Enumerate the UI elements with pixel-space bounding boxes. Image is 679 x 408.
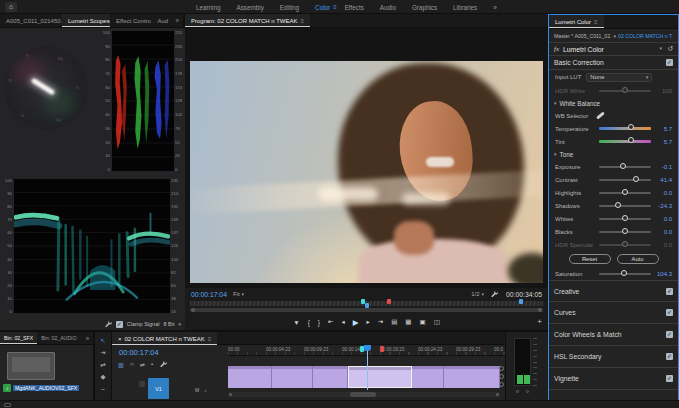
temperature-slider[interactable] [599, 127, 651, 130]
section-curves[interactable]: Curves ✓ [549, 302, 678, 324]
tone-header[interactable]: ▾ Tone [549, 148, 678, 160]
timeline-scrollbar[interactable] [228, 392, 500, 397]
audio-track-icon[interactable]: ♪ [204, 387, 207, 393]
marker-red[interactable] [387, 299, 391, 304]
shadows-value[interactable]: -24.3 [658, 203, 672, 209]
program-viewer[interactable] [185, 28, 548, 288]
reset-effect-icon[interactable]: ↺ [667, 45, 673, 53]
step-back-button[interactable]: ◂ [341, 318, 344, 326]
video-track-patch-v1[interactable]: V1 [148, 378, 169, 399]
comparison-view-button[interactable]: ◫ [434, 318, 440, 326]
workspace-tab-graphics[interactable]: Graphics [404, 4, 445, 11]
program-scrollbar[interactable] [190, 308, 543, 312]
zoom-level-select[interactable]: Fit ▾ [233, 291, 244, 297]
exposure-slider[interactable] [599, 166, 651, 168]
panel-overflow-icon[interactable]: » [171, 17, 183, 24]
hsl-secondary-checkbox[interactable]: ✓ [666, 353, 673, 360]
panel-menu-icon[interactable]: ≡ [594, 19, 598, 25]
sequence-clip-label[interactable]: 02 COLOR MATCH n T... [618, 33, 673, 39]
snap-magnet-icon[interactable]: ∩ [130, 361, 134, 367]
meter-toggle[interactable] [526, 390, 529, 393]
clamp-signal-checkbox[interactable]: ✓ [116, 321, 123, 328]
shadows-slider[interactable] [599, 205, 651, 207]
button-editor-plus[interactable]: + [537, 317, 542, 326]
export-frame-button[interactable]: ▣ [420, 318, 426, 326]
whites-slider[interactable] [599, 218, 651, 220]
track-select-tool[interactable]: ⇥ [100, 349, 105, 357]
track-lock-icon[interactable] [139, 381, 145, 387]
panel-menu-icon[interactable]: ≡ [300, 18, 304, 24]
panel-overflow-icon[interactable]: » [81, 335, 93, 342]
workspace-tab-audio[interactable]: Audio [372, 4, 404, 11]
workspace-tab-editing[interactable]: Editing [272, 4, 307, 11]
playback-resolution-select[interactable]: 1/2 ▾ [471, 291, 484, 297]
bin-selected-item[interactable]: ♪ MgdANK_AUDIOV02_SFX [3, 384, 79, 392]
section-vignette[interactable]: Vignette ✓ [549, 368, 678, 390]
mute-button[interactable]: M [195, 387, 199, 393]
contrast-slider[interactable] [599, 179, 651, 181]
tint-slider[interactable] [599, 140, 651, 143]
lift-button[interactable]: ▤ [391, 318, 397, 326]
input-lut-select[interactable]: None ▾ [586, 73, 652, 82]
eyedropper-icon[interactable] [596, 111, 605, 119]
mark-in-button[interactable]: { [308, 319, 310, 326]
tab-sequence[interactable]: × 02 COLOR MATCH n TWEAK ≡ [112, 332, 217, 345]
contrast-value[interactable]: 41.4 [660, 177, 672, 183]
insert-as-icon[interactable]: ▥ [118, 361, 124, 368]
section-hsl-secondary[interactable]: HSL Secondary ✓ [549, 346, 678, 368]
timeline-clip[interactable] [228, 366, 272, 388]
blacks-value[interactable]: 0.0 [664, 229, 672, 235]
add-marker-dot-icon[interactable]: • [151, 361, 153, 367]
timeline-timecode[interactable]: 00:00:17:04 [119, 348, 159, 357]
tab-effect-controls[interactable]: Effect Controls [110, 14, 151, 27]
workspace-tab-assembly[interactable]: Assembly [229, 4, 272, 11]
slip-tool[interactable]: ⇔ [100, 385, 107, 392]
razor-tool[interactable]: ◆ [101, 373, 106, 381]
auto-button[interactable]: Auto [617, 254, 659, 264]
creative-checkbox[interactable]: ✓ [666, 288, 673, 295]
scopes-settings-wrench-icon[interactable] [104, 320, 112, 328]
chevron-down-icon[interactable]: ▾ [660, 45, 663, 53]
bit-depth-select[interactable]: 8 Bit [163, 321, 174, 327]
timeline-clip[interactable] [412, 366, 444, 388]
monitor-settings-wrench-icon[interactable] [490, 290, 498, 298]
white-balance-header[interactable]: ▾ White Balance [549, 97, 678, 109]
ripple-edit-tool[interactable]: ⇄ [100, 361, 105, 369]
section-basic-correction[interactable]: Basic Correction ✓ [549, 56, 678, 70]
scrollbar-thumb[interactable] [350, 392, 376, 397]
track-toggle[interactable] [499, 374, 504, 379]
tab-program[interactable]: Program: 02 COLOR MATCH n TWEAK ≡ [185, 14, 310, 27]
timeline-settings-wrench-icon[interactable] [159, 360, 167, 368]
timeline-playhead[interactable] [364, 345, 371, 351]
tint-value[interactable]: 5.7 [664, 139, 672, 145]
bin-item-thumbnail[interactable] [7, 352, 55, 380]
linked-selection-icon[interactable]: ⇄ [140, 361, 145, 368]
highlights-value[interactable]: 0.0 [664, 190, 672, 196]
temperature-value[interactable]: 5.7 [664, 126, 672, 132]
tab-audio[interactable]: Aud [151, 14, 171, 27]
marker-blue[interactable] [519, 299, 523, 304]
whites-value[interactable]: 0.0 [664, 216, 672, 222]
reset-button[interactable]: Reset [569, 254, 611, 264]
section-color-wheels[interactable]: Color Wheels & Match ✓ [549, 324, 678, 346]
panel-menu-icon[interactable]: ≡ [208, 336, 212, 342]
timeline-clip[interactable] [444, 366, 500, 388]
saturation-value[interactable]: 104.3 [657, 271, 672, 277]
program-timecode[interactable]: 00:00:17:04 [191, 291, 227, 298]
close-icon[interactable]: × [118, 336, 122, 342]
sequence-marker-red[interactable] [380, 346, 384, 352]
exposure-value[interactable]: -0.1 [662, 164, 672, 170]
color-wheels-checkbox[interactable]: ✓ [666, 331, 673, 338]
curves-checkbox[interactable]: ✓ [666, 309, 673, 316]
extract-button[interactable]: ▦ [405, 318, 411, 326]
tab-source-clip[interactable]: A005_C011_021450.mov [0, 14, 62, 27]
workspace-overflow-icon[interactable]: » [493, 4, 497, 11]
go-to-out-button[interactable]: ⇥ [378, 318, 383, 326]
tab-bin-sfx[interactable]: Bin: 02_SFX [0, 332, 37, 344]
timeline-clip[interactable] [272, 366, 313, 388]
saturation-slider[interactable] [599, 273, 651, 275]
workspace-tab-libraries[interactable]: Libraries [445, 4, 485, 11]
go-to-in-button[interactable]: ⇤ [328, 318, 333, 326]
track-toggle[interactable] [499, 382, 504, 387]
track-toggle[interactable] [499, 366, 504, 371]
